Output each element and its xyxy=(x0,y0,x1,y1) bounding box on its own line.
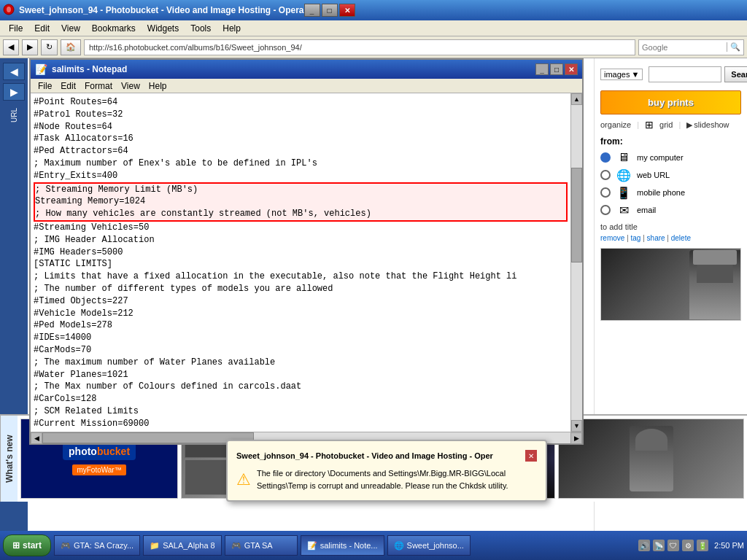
error-title: Sweet_johnson_94 - Photobucket - Video a… xyxy=(236,451,493,460)
from-mobile-label: mobile phone xyxy=(637,188,685,197)
notepad-minimize[interactable]: _ xyxy=(535,63,549,75)
tray-icon-2: 📡 xyxy=(653,540,665,551)
error-body: ⚠ The file or directory \Documents and S… xyxy=(236,467,537,491)
google-search-input[interactable] xyxy=(639,43,727,52)
news-item-person[interactable] xyxy=(558,419,744,499)
organize-button[interactable]: organize xyxy=(600,120,631,129)
computer-icon: 🖥 xyxy=(615,151,632,164)
tray-icon-4: ⚙ xyxy=(682,540,694,551)
np-menu-view[interactable]: View xyxy=(117,80,144,92)
os-titlebar-controls: _ □ ✕ xyxy=(304,4,355,17)
minimize-button[interactable]: _ xyxy=(304,4,320,17)
buy-prints-area[interactable]: buy prints xyxy=(600,90,741,114)
taskbar-gta-crazy[interactable]: 🎮 GTA: SA Crazy... xyxy=(54,535,140,556)
hscroll-thumb[interactable] xyxy=(42,432,254,443)
os-titlebar: Sweet_johnson_94 - Photobucket - Video a… xyxy=(0,0,747,20)
notepad-window: 📝 salimits - Notepad _ □ ✕ File Edit For… xyxy=(29,58,584,445)
tag-link[interactable]: tag xyxy=(631,234,641,242)
grid-label[interactable]: grid xyxy=(659,120,673,129)
images-label: images xyxy=(604,70,630,79)
from-option-computer[interactable]: 🖥 my computer xyxy=(600,151,741,164)
from-url-label: web URL xyxy=(637,171,670,179)
from-option-mobile[interactable]: 📱 mobile phone xyxy=(600,186,741,199)
share-link[interactable]: share xyxy=(647,234,665,242)
web-url-icon: 🌐 xyxy=(615,168,632,182)
from-radio-email[interactable] xyxy=(600,205,611,215)
opera-icon xyxy=(3,4,15,18)
close-button[interactable]: ✕ xyxy=(339,4,355,17)
taskbar-sweet-icon: 🌐 xyxy=(394,541,404,551)
taskbar-sweet[interactable]: 🌐 Sweet_johnso... xyxy=(387,535,471,556)
maximize-button[interactable]: □ xyxy=(322,4,338,17)
mobile-icon: 📱 xyxy=(615,186,632,199)
taskbar-sala-icon: 📁 xyxy=(150,541,160,551)
notepad-text[interactable]: #Point Routes=64 #Patrol Routes=32 #Node… xyxy=(31,93,570,432)
nav-back[interactable]: ◀ xyxy=(3,63,25,80)
menu-file[interactable]: File xyxy=(3,22,28,35)
error-dialog: Sweet_johnson_94 - Photobucket - Video a… xyxy=(226,440,547,502)
np-menu-edit[interactable]: Edit xyxy=(56,80,80,92)
reload-button[interactable]: ↻ xyxy=(41,39,58,55)
google-search-button[interactable]: 🔍 xyxy=(727,42,743,52)
search-input[interactable] xyxy=(649,66,721,82)
taskbar-salimits-icon: 📝 xyxy=(307,541,317,551)
notepad-maximize[interactable]: □ xyxy=(550,63,563,75)
start-label: start xyxy=(23,540,42,551)
from-radio-url[interactable] xyxy=(600,170,611,180)
email-icon: ✉ xyxy=(615,203,632,217)
from-computer-label: my computer xyxy=(637,153,684,162)
vscroll-up[interactable]: ▲ xyxy=(571,93,582,105)
nav-forward[interactable]: ▶ xyxy=(3,83,25,101)
myfotowar-label: myFotoWar™ xyxy=(72,464,125,475)
np-menu-format[interactable]: Format xyxy=(80,80,117,92)
search-area: images ▼ Search powered by Ask xyxy=(600,64,741,85)
taskbar-sala[interactable]: 📁 SALA_Alpha 8 xyxy=(143,535,222,556)
pb-logo: photobucket xyxy=(63,443,136,460)
tray-icon-1: 🔊 xyxy=(638,540,650,551)
notepad-content-area: #Point Routes=64 #Patrol Routes=32 #Node… xyxy=(31,93,582,432)
notepad-controls: _ □ ✕ xyxy=(535,63,578,75)
taskbar-gtasa[interactable]: 🎮 GTA SA xyxy=(225,535,298,556)
start-button[interactable]: ⊞ start xyxy=(3,534,51,556)
forward-button[interactable]: ▶ xyxy=(22,39,38,55)
add-title: to add title xyxy=(600,222,741,231)
error-close-button[interactable]: ✕ xyxy=(525,450,537,462)
taskbar-salimits[interactable]: 📝 salimits - Note... xyxy=(301,535,384,556)
search-button[interactable]: Search xyxy=(724,66,747,82)
menu-help[interactable]: Help xyxy=(217,22,247,35)
hscroll-left[interactable]: ◀ xyxy=(31,432,42,444)
error-title-bar: Sweet_johnson_94 - Photobucket - Video a… xyxy=(236,450,537,462)
windows-logo: ⊞ xyxy=(12,540,20,551)
menu-view[interactable]: View xyxy=(55,22,86,35)
taskbar-tray: 🔊 📡 🛡 ⚙ 🔋 2:50 PM xyxy=(638,540,744,551)
home-button[interactable]: 🏠 xyxy=(61,39,81,55)
delete-link[interactable]: delete xyxy=(671,234,691,242)
vscroll-thumb[interactable] xyxy=(571,168,582,262)
np-menu-file[interactable]: File xyxy=(34,80,56,92)
address-bar[interactable]: http://s16.photobucket.com/albums/b16/Sw… xyxy=(84,39,635,55)
grid-icon[interactable]: ⊞ xyxy=(645,119,654,131)
taskbar: ⊞ start 🎮 GTA: SA Crazy... 📁 SALA_Alpha … xyxy=(0,531,747,560)
from-option-url[interactable]: 🌐 web URL xyxy=(600,168,741,182)
taskbar-salimits-label: salimits - Note... xyxy=(320,541,378,550)
remove-link[interactable]: remove xyxy=(600,234,624,242)
from-radio-computer[interactable] xyxy=(600,152,611,163)
notepad-titlebar: 📝 salimits - Notepad _ □ ✕ xyxy=(31,60,582,79)
vscroll-down[interactable]: ▼ xyxy=(571,420,582,432)
back-button[interactable]: ◀ xyxy=(3,39,19,55)
menu-edit[interactable]: Edit xyxy=(28,22,55,35)
tray-icon-3: 🛡 xyxy=(667,540,679,551)
menu-widgets[interactable]: Widgets xyxy=(142,22,185,35)
images-dropdown[interactable]: images ▼ xyxy=(600,69,643,80)
notepad-vscroll[interactable]: ▲ ▼ xyxy=(570,93,582,432)
slideshow-button[interactable]: ▶ slideshow xyxy=(686,120,729,130)
from-option-email[interactable]: ✉ email xyxy=(600,203,741,217)
taskbar-gtasa-label: GTA SA xyxy=(244,541,273,550)
menu-tools[interactable]: Tools xyxy=(185,22,217,35)
np-menu-help[interactable]: Help xyxy=(144,80,171,92)
from-radio-mobile[interactable] xyxy=(600,187,611,198)
buy-prints-text: buy prints xyxy=(648,97,694,108)
menu-bookmarks[interactable]: Bookmarks xyxy=(86,22,142,35)
hscroll-right[interactable]: ▶ xyxy=(570,432,582,444)
notepad-close[interactable]: ✕ xyxy=(565,63,578,75)
